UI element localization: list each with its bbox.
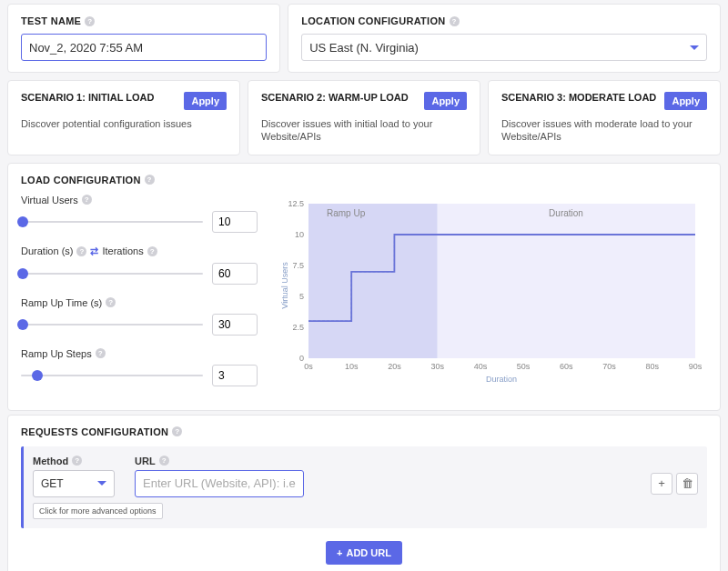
add-url-label: ADD URL <box>346 547 391 558</box>
load-config-card: LOAD CONFIGURATION Virtual Users Duratio… <box>7 163 721 411</box>
iterations-label: Iterations <box>102 245 143 256</box>
method-label: Method <box>33 456 68 466</box>
svg-text:40s: 40s <box>474 362 488 371</box>
svg-text:0: 0 <box>299 354 304 363</box>
requests-config-label-text: REQUESTS CONFIGURATION <box>21 426 168 437</box>
help-icon[interactable] <box>450 16 460 26</box>
location-label: LOCATION CONFIGURATION <box>301 15 707 26</box>
chevron-down-icon <box>690 45 699 50</box>
svg-text:2.5: 2.5 <box>292 323 304 332</box>
location-select[interactable]: US East (N. Virginia) <box>301 34 707 61</box>
svg-text:10s: 10s <box>345 362 359 371</box>
location-value: US East (N. Virginia) <box>309 41 419 55</box>
scenario-title: SCENARIO 3: MODERATE LOAD <box>501 92 656 103</box>
apply-button[interactable]: Apply <box>664 92 707 110</box>
test-name-label-text: TEST NAME <box>21 15 81 26</box>
apply-button[interactable]: Apply <box>184 92 227 110</box>
svg-text:12.5: 12.5 <box>288 199 304 208</box>
location-label-text: LOCATION CONFIGURATION <box>301 15 445 26</box>
plus-icon: + <box>337 547 342 558</box>
ramp-time-label: Ramp Up Time (s) <box>21 297 102 308</box>
chart-ramp-label: Ramp Up <box>327 208 366 218</box>
chart-y-axis: Virtual Users <box>280 261 289 308</box>
svg-text:70s: 70s <box>602 362 616 371</box>
svg-rect-0 <box>308 204 438 358</box>
svg-text:90s: 90s <box>689 362 703 371</box>
ramp-steps-label: Ramp Up Steps <box>21 348 92 359</box>
svg-text:80s: 80s <box>646 362 660 371</box>
help-icon[interactable] <box>72 456 82 466</box>
help-icon[interactable] <box>82 195 92 205</box>
scenario-title: SCENARIO 1: INITIAL LOAD <box>21 92 154 103</box>
ramp-time-input[interactable] <box>212 314 258 336</box>
help-icon[interactable] <box>145 175 155 185</box>
advanced-options-button[interactable]: Click for more advanced options <box>33 503 163 519</box>
sliders-panel: Virtual Users Duration (s) ⇄ Iterations <box>21 195 258 399</box>
delete-request-button[interactable]: 🗑 <box>676 473 698 495</box>
url-input[interactable] <box>135 470 304 497</box>
scenario-card-2: SCENARIO 2: WARM-UP LOAD Apply Discover … <box>248 80 480 155</box>
requests-config-card: REQUESTS CONFIGURATION Method GET URL + … <box>7 415 721 571</box>
help-icon[interactable] <box>106 297 116 307</box>
help-icon[interactable] <box>147 246 157 256</box>
load-config-label-text: LOAD CONFIGURATION <box>21 175 141 185</box>
svg-text:20s: 20s <box>388 362 401 371</box>
ramp-time-slider[interactable] <box>21 324 203 326</box>
apply-button[interactable]: Apply <box>424 92 467 110</box>
ramp-steps-input[interactable] <box>212 365 258 386</box>
chart-x-axis: Duration <box>486 375 517 384</box>
scenario-desc: Discover issues with moderate load to yo… <box>501 117 707 144</box>
location-card: LOCATION CONFIGURATION US East (N. Virgi… <box>288 4 721 73</box>
scenario-title: SCENARIO 2: WARM-UP LOAD <box>261 92 409 103</box>
svg-rect-1 <box>438 204 695 358</box>
scenario-card-3: SCENARIO 3: MODERATE LOAD Apply Discover… <box>488 80 721 155</box>
load-chart: 0 2.5 5 7.5 10 12.5 Virtual Users 0s 10s… <box>274 195 707 386</box>
help-icon[interactable] <box>172 426 182 436</box>
test-name-card: TEST NAME <box>7 4 280 73</box>
svg-text:0s: 0s <box>304 362 313 371</box>
svg-text:50s: 50s <box>517 362 531 371</box>
help-icon[interactable] <box>159 456 169 466</box>
duration-slider[interactable] <box>21 273 203 275</box>
virtual-users-input[interactable] <box>212 211 258 233</box>
scenario-desc: Discover potential configuration issues <box>21 117 227 130</box>
help-icon[interactable] <box>76 246 86 256</box>
load-config-label: LOAD CONFIGURATION <box>21 175 707 185</box>
request-row: Method GET URL + 🗑 Click for more advanc… <box>21 446 707 528</box>
add-url-button[interactable]: +ADD URL <box>326 541 402 565</box>
method-value: GET <box>41 477 64 490</box>
test-name-input[interactable] <box>21 34 267 61</box>
add-request-button[interactable]: + <box>651 473 672 495</box>
method-select[interactable]: GET <box>33 470 115 497</box>
duration-label: Duration (s) <box>21 245 73 256</box>
help-icon[interactable] <box>96 348 106 358</box>
ramp-steps-slider[interactable] <box>21 375 203 376</box>
svg-text:5: 5 <box>299 292 304 301</box>
svg-text:7.5: 7.5 <box>292 261 304 270</box>
chevron-down-icon <box>97 481 106 486</box>
scenario-card-1: SCENARIO 1: INITIAL LOAD Apply Discover … <box>7 80 240 155</box>
help-icon[interactable] <box>85 16 95 26</box>
swap-icon[interactable]: ⇄ <box>90 245 98 257</box>
svg-text:30s: 30s <box>430 362 444 371</box>
chart-duration-label: Duration <box>549 208 583 218</box>
requests-config-label: REQUESTS CONFIGURATION <box>21 426 707 437</box>
url-label: URL <box>135 456 156 466</box>
svg-text:10: 10 <box>295 230 304 239</box>
virtual-users-label: Virtual Users <box>21 195 78 205</box>
svg-text:60s: 60s <box>560 362 573 371</box>
virtual-users-slider[interactable] <box>21 221 203 223</box>
test-name-label: TEST NAME <box>21 15 267 26</box>
scenario-desc: Discover issues with initial load to you… <box>261 117 467 144</box>
duration-input[interactable] <box>212 263 258 285</box>
